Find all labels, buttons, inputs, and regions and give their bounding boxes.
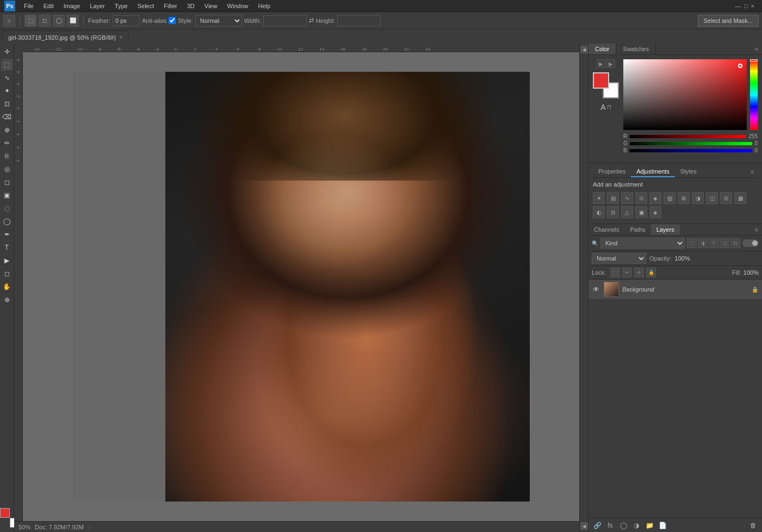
dodge-tool[interactable]: ◯: [1, 215, 13, 227]
gradient-tool[interactable]: ▣: [1, 189, 13, 201]
add-adjustment-btn[interactable]: ◑: [631, 520, 642, 531]
close-btn[interactable]: ×: [751, 3, 754, 9]
tab-adjustments[interactable]: Adjustments: [631, 166, 675, 177]
tab-styles[interactable]: Styles: [675, 166, 702, 177]
move-tool[interactable]: ✛: [1, 46, 13, 58]
adj-vibrance[interactable]: ◈: [649, 192, 661, 204]
feather-input[interactable]: [113, 15, 140, 26]
layer-background[interactable]: 👁 Background 🔒: [588, 280, 762, 300]
adj-threshold[interactable]: △: [621, 206, 633, 218]
marquee-ellipse-btn[interactable]: ◯: [53, 15, 65, 27]
path-select-tool[interactable]: ▶: [1, 255, 13, 267]
collapse-top-btn[interactable]: ◀: [580, 46, 588, 53]
marquee-sq-btn[interactable]: ◻: [39, 15, 51, 27]
collapse-bottom-btn[interactable]: ◀: [580, 522, 588, 530]
brush-tool[interactable]: ✏: [1, 137, 13, 149]
adj-bw[interactable]: ◑: [692, 192, 704, 204]
tab-color[interactable]: Color: [588, 44, 616, 54]
adj-curves[interactable]: ∿: [621, 192, 633, 204]
height-input[interactable]: [337, 15, 381, 26]
menu-image[interactable]: Image: [59, 2, 85, 10]
menu-help[interactable]: Help: [254, 2, 275, 10]
menu-edit[interactable]: Edit: [39, 2, 58, 10]
menu-layer[interactable]: Layer: [85, 2, 109, 10]
add-style-btn[interactable]: fx: [605, 520, 616, 531]
lasso-tool[interactable]: ∿: [1, 72, 13, 84]
style-select[interactable]: Normal Fixed Ratio Fixed Size: [195, 15, 242, 27]
lock-artboard-btn[interactable]: ✛: [634, 268, 644, 277]
menu-select[interactable]: Select: [133, 2, 159, 10]
blur-tool[interactable]: ◌: [1, 202, 13, 214]
pen-tool[interactable]: ✒: [1, 228, 13, 240]
filter-pixel-icon[interactable]: ⬚: [687, 238, 697, 248]
marquee-rect-btn[interactable]: ⬚: [24, 15, 36, 27]
type-tool[interactable]: T: [1, 242, 13, 253]
adj-levels[interactable]: ▤: [607, 192, 619, 204]
magic-wand-tool[interactable]: ✦: [1, 85, 13, 97]
select-mask-button[interactable]: Select and Mask...: [698, 15, 759, 27]
eyedropper-tool[interactable]: ⌫: [1, 111, 13, 123]
document-tab[interactable]: girl-3033718_1920.jpg @ 50% (RGB/8#) ×: [2, 30, 128, 44]
antialias-checkbox[interactable]: [169, 17, 176, 24]
minimize-btn[interactable]: —: [735, 3, 741, 9]
filter-adj-icon[interactable]: ◑: [698, 238, 708, 248]
adj-hsl[interactable]: ▧: [664, 192, 676, 204]
menu-type[interactable]: Type: [110, 2, 132, 10]
width-input[interactable]: [263, 15, 307, 26]
adj-colordlookup[interactable]: ▦: [734, 192, 746, 204]
tab-layers[interactable]: Layers: [651, 224, 680, 235]
crop-tool[interactable]: ⊡: [1, 98, 13, 110]
zoom-tool[interactable]: ⊕: [1, 294, 13, 306]
menu-view[interactable]: View: [200, 2, 222, 10]
filter-smart-icon[interactable]: ⊡: [730, 238, 740, 248]
new-layer-btn[interactable]: 📄: [657, 520, 668, 531]
adj-photofilter[interactable]: ◫: [706, 192, 718, 204]
adj-posterize[interactable]: ⊟: [607, 206, 619, 218]
filter-shape-icon[interactable]: ◻: [720, 238, 729, 248]
marquee-row-btn[interactable]: ⬜: [67, 15, 79, 27]
add-mask-btn[interactable]: ◯: [618, 520, 629, 531]
delete-layer-btn[interactable]: 🗑: [748, 520, 759, 531]
shape-tool[interactable]: ◻: [1, 268, 13, 280]
tab-paths[interactable]: Paths: [624, 224, 651, 235]
home-button[interactable]: ⌂: [3, 15, 15, 27]
layers-panel-menu[interactable]: ≡: [751, 224, 762, 235]
hand-tool[interactable]: ✋: [1, 281, 13, 293]
type-icon[interactable]: A: [600, 103, 605, 112]
adj-invert[interactable]: ◐: [593, 206, 605, 218]
filter-type-icon[interactable]: T: [709, 238, 718, 248]
link-layers-btn[interactable]: 🔗: [592, 520, 603, 531]
adj-brightness[interactable]: ☀: [593, 192, 605, 204]
menu-3d[interactable]: 3D: [183, 2, 199, 10]
color-panel-menu[interactable]: ≡: [751, 44, 762, 54]
color-picker[interactable]: R 255 G 0 B 0: [623, 59, 758, 153]
lock-pixels-btn[interactable]: ⬚: [610, 268, 620, 277]
exchange-icon[interactable]: ⇄: [309, 17, 314, 24]
adj-mixer[interactable]: ⊟: [720, 192, 732, 204]
eraser-tool[interactable]: ◻: [1, 176, 13, 188]
tab-properties[interactable]: Properties: [593, 166, 631, 177]
foreground-arrow[interactable]: ▶: [597, 59, 605, 68]
menu-window[interactable]: Window: [222, 2, 252, 10]
adj-colorbalance[interactable]: ⊞: [678, 192, 690, 204]
adj-gradientmap[interactable]: ▣: [635, 206, 647, 218]
menu-file[interactable]: File: [20, 2, 38, 10]
lock-position-btn[interactable]: ✏: [622, 268, 632, 277]
adj-exposure[interactable]: ⊙: [635, 192, 647, 204]
clone-tool[interactable]: ⎘: [1, 150, 13, 162]
tab-swatches[interactable]: Swatches: [616, 44, 656, 54]
tab-close-btn[interactable]: ×: [119, 34, 122, 40]
menu-filter[interactable]: Filter: [159, 2, 181, 10]
fg-color-swatch[interactable]: [593, 72, 609, 89]
new-group-btn[interactable]: 📁: [644, 520, 655, 531]
adj-selectivecolor[interactable]: ◈: [649, 206, 661, 218]
adj-panel-menu[interactable]: ≡: [747, 166, 758, 177]
tab-channels[interactable]: Channels: [588, 224, 624, 235]
maximize-btn[interactable]: □: [744, 3, 748, 9]
vector-icon[interactable]: ⊓: [607, 104, 611, 112]
history-brush-tool[interactable]: ◎: [1, 163, 13, 175]
marquee-tool[interactable]: ⬚: [1, 59, 13, 71]
layer-filter-select[interactable]: Kind: [600, 238, 685, 249]
heal-tool[interactable]: ⊕: [1, 124, 13, 136]
background-arrow[interactable]: ▶: [606, 59, 615, 68]
